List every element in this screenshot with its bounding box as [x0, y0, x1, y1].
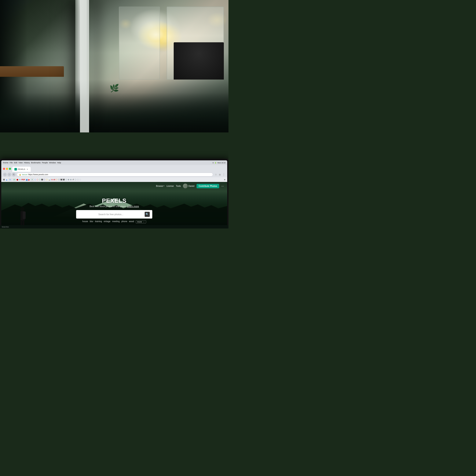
ext8-icon[interactable]: ⬡	[65, 179, 67, 181]
close-button[interactable]	[3, 168, 5, 170]
tag-meeting[interactable]: meeting	[112, 220, 120, 223]
tag-training[interactable]: training	[95, 220, 102, 223]
search-button[interactable]: 🔍	[145, 212, 150, 217]
ext4-icon[interactable]: ⬡	[44, 179, 45, 181]
gmail-icon[interactable]: M	[3, 178, 5, 181]
more-nav-button[interactable]: ···	[221, 184, 224, 188]
menu-view[interactable]: View	[19, 162, 23, 164]
browse-nav-link[interactable]: Browse ▾	[156, 185, 164, 187]
ext12-icon[interactable]: ⬡	[77, 179, 79, 181]
calendar2-icon[interactable]: 15	[13, 178, 16, 181]
tools-nav-link[interactable]: Tools	[176, 185, 181, 187]
drive-icon[interactable]: ▲	[5, 178, 8, 181]
browser-tab-bar: PEXELS ✕	[1, 165, 227, 172]
tab-favicon	[14, 168, 17, 170]
system-icons: ⊙ 🔋 Wed 16:15	[212, 162, 225, 164]
telegram-icon[interactable]: ✈	[19, 179, 21, 181]
search-bar: Search for free photos... 🔍	[76, 210, 152, 219]
forward-button[interactable]: ›	[7, 173, 11, 176]
address-bar-row: ‹ › ↻ 🔒 Secure https://www.pexels.com ☆ …	[1, 172, 227, 177]
tab-bar: PEXELS ✕	[12, 166, 225, 172]
bookmark-icon[interactable]: ☆	[214, 173, 218, 176]
extensions-icon[interactable]: ⊞	[218, 173, 221, 176]
menu-edit[interactable]: Edit	[14, 162, 17, 164]
hero-content: PEXELS Best free stock photos in one pla…	[24, 197, 204, 223]
active-tab[interactable]: PEXELS ✕	[12, 167, 31, 172]
contribute-photos-button[interactable]: Contribute Photos	[197, 184, 219, 188]
menu-history[interactable]: History	[24, 162, 30, 164]
excel-icon[interactable]: X	[31, 178, 34, 181]
medium2-icon[interactable]: M	[61, 179, 62, 181]
wifi-icon: ⊙	[212, 162, 214, 164]
lastpass-icon[interactable]: ⬟	[17, 179, 18, 181]
screen-bezel: hrome File Edit View History Bookmarks P…	[0, 159, 228, 228]
menu-bookmarks[interactable]: Bookmarks	[31, 162, 41, 164]
trello-icon[interactable]: ▦	[26, 179, 28, 181]
menu-chrome[interactable]: hrome	[3, 162, 8, 164]
battery-icon: 🔋	[215, 162, 217, 164]
url-display[interactable]: https://www.pexels.com	[28, 173, 48, 176]
reload2-icon[interactable]: ↺	[72, 179, 74, 181]
extensions-bar: M ▲ 31 15 ⬟ ✈ PDF ▦ ▶ X ⬡ ⬡ ⬡ M ⬡ ⬡ 📊 A …	[1, 177, 227, 182]
address-input[interactable]: 🔒 Secure https://www.pexels.com	[17, 173, 213, 176]
fullscreen-button[interactable]	[9, 168, 11, 170]
desk	[0, 66, 64, 77]
search-input[interactable]: Search for free photos...	[79, 213, 143, 216]
tag-house[interactable]: house	[82, 220, 88, 223]
browser-window: hrome File Edit View History Bookmarks P…	[1, 160, 227, 228]
ext11-icon[interactable]: ⬡	[75, 179, 76, 181]
menu-help[interactable]: Help	[57, 162, 61, 164]
nav-buttons: ‹ › ↻	[3, 173, 16, 176]
system-menubar: hrome File Edit View History Bookmarks P…	[1, 160, 227, 165]
background-photo	[0, 0, 228, 133]
more-options-icon[interactable]: ⋮	[222, 173, 225, 176]
status-bar: Searches	[0, 225, 228, 228]
tag-phone[interactable]: phone	[121, 220, 127, 223]
ext3-icon[interactable]: ⬡	[39, 179, 41, 181]
user-profile-button[interactable]: Daniel	[183, 184, 194, 188]
ext1-icon[interactable]: ⬡	[34, 179, 36, 181]
pdf-icon[interactable]: PDF	[21, 179, 25, 181]
more-tags-link[interactable]: more →	[136, 220, 146, 223]
ext13-icon[interactable]: ⬡	[79, 179, 81, 181]
calendar-icon[interactable]: 31	[8, 178, 12, 181]
bar-chart-icon[interactable]: 📊	[48, 179, 51, 181]
tag-vintage[interactable]: vintage	[104, 220, 110, 223]
search-tags: house blur training vintage meeting phon…	[24, 220, 204, 223]
tab-close-button[interactable]: ✕	[26, 168, 29, 170]
ext9-icon[interactable]: ⊕	[68, 179, 69, 181]
traffic-lights	[3, 168, 11, 170]
medium3-icon[interactable]: M	[63, 179, 65, 181]
back-button[interactable]: ‹	[3, 173, 7, 176]
chair	[174, 42, 224, 79]
license-nav-link[interactable]: License	[167, 185, 174, 187]
menu-file[interactable]: File	[10, 162, 13, 164]
user-avatar	[183, 184, 188, 188]
username-label: Daniel	[188, 185, 194, 187]
menu-people[interactable]: People	[42, 162, 48, 164]
ext10-icon[interactable]: ⊗	[70, 179, 72, 181]
adobe-icon[interactable]: Ai	[53, 179, 55, 181]
status-text: Searches	[2, 226, 9, 228]
tab-title: PEXELS	[18, 168, 25, 170]
ext6-icon[interactable]: ⬡	[56, 179, 58, 181]
pexels-subtitle: Best free stock photos in one place. Lea…	[24, 205, 204, 207]
reload-button[interactable]: ↻	[12, 173, 16, 176]
close2-icon[interactable]: ✕	[224, 179, 225, 181]
ext7-icon[interactable]: ⬡	[58, 179, 60, 181]
ext2-icon[interactable]: ⬡	[37, 179, 38, 181]
pexels-title: PEXELS	[24, 197, 204, 204]
tag-blur[interactable]: blur	[90, 220, 93, 223]
minimize-button[interactable]	[6, 168, 8, 170]
ai-icon[interactable]: A	[51, 179, 53, 181]
menu-window[interactable]: Window	[49, 162, 56, 164]
search-icon: 🔍	[146, 213, 149, 216]
website-content: Browse ▾ License Tools Daniel	[1, 182, 227, 228]
ext5-icon[interactable]: ⬡	[46, 179, 48, 181]
learn-more-link[interactable]: Learn more	[127, 205, 139, 207]
browse-dropdown-arrow: ▾	[164, 185, 164, 187]
youtube-icon[interactable]: ▶	[28, 179, 30, 181]
medium-icon[interactable]: M	[41, 179, 43, 181]
tag-wood[interactable]: wood	[129, 220, 134, 223]
secure-label: Secure	[22, 174, 27, 176]
